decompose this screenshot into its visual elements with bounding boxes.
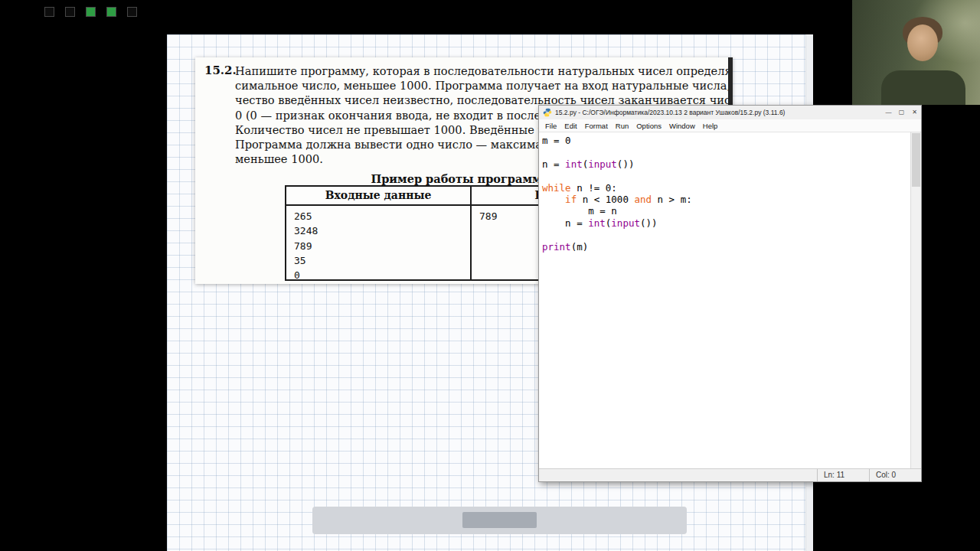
editor-scrollbar[interactable]	[910, 132, 921, 469]
menu-run[interactable]: Run	[612, 122, 632, 130]
window-controls: — ▢ ✕	[882, 106, 921, 119]
person-face	[907, 24, 938, 61]
idle-statusbar: Ln: 11 Col: 0	[539, 468, 921, 481]
code-line: print(m)	[542, 241, 911, 253]
window-title: 15.2.py - C:/ОГЭ/Информатика/2023.10.13 …	[555, 109, 882, 116]
person-torso	[881, 70, 965, 105]
app-tile-1-icon[interactable]	[44, 7, 54, 17]
app-tile-4-icon[interactable]	[106, 7, 116, 17]
screen: 15.2. Напишите программу, которая в посл…	[0, 0, 980, 551]
minimize-button[interactable]: —	[882, 106, 895, 119]
menu-help[interactable]: Help	[699, 122, 722, 130]
menu-options[interactable]: Options	[632, 122, 665, 130]
idle-titlebar[interactable]: 15.2.py - C:/ОГЭ/Информатика/2023.10.13 …	[539, 106, 921, 119]
table-header-input: Входные данные	[286, 187, 470, 204]
menu-file[interactable]: File	[541, 122, 560, 130]
status-line: Ln: 11	[817, 469, 869, 481]
top-toolbar-icons	[44, 7, 137, 17]
problem-number: 15.2.	[204, 64, 237, 77]
code-line	[542, 146, 911, 158]
menu-edit[interactable]: Edit	[560, 122, 580, 130]
idle-menubar: FileEditFormatRunOptionsWindowHelp	[539, 119, 921, 132]
code-line: n = int(input())	[542, 158, 911, 170]
app-tile-2-icon[interactable]	[65, 7, 75, 17]
input-value: 265	[294, 209, 470, 223]
code-line: while n != 0:	[542, 182, 911, 194]
python-file-icon	[543, 108, 552, 117]
table-input-cell: 2653248789350	[286, 206, 470, 279]
app-tile-5-icon[interactable]	[127, 7, 137, 17]
close-button[interactable]: ✕	[908, 106, 921, 119]
code-line: if n < 1000 and n > m:	[542, 194, 911, 205]
input-value: 35	[294, 253, 470, 268]
menu-window[interactable]: Window	[665, 122, 699, 130]
input-value: 3248	[294, 223, 470, 238]
input-value: 789	[294, 239, 470, 253]
code-line: m = 0	[542, 135, 911, 146]
editor-scrollbar-thumb[interactable]	[912, 133, 920, 187]
app-tile-3-icon[interactable]	[86, 7, 96, 17]
input-value: 0	[294, 268, 470, 282]
idle-editor-window: 15.2.py - C:/ОГЭ/Информатика/2023.10.13 …	[538, 105, 922, 482]
code-line: m = n	[542, 205, 911, 217]
code-line	[542, 170, 911, 181]
menu-format[interactable]: Format	[581, 122, 612, 130]
maximize-button[interactable]: ▢	[895, 106, 908, 119]
code-line	[542, 229, 911, 240]
taskbar-peek-handle[interactable]	[462, 512, 537, 528]
problem-text-line: симальное число, меньшее 1000. Программа…	[235, 78, 733, 93]
problem-text-line: Напишите программу, которая в последоват…	[235, 64, 733, 78]
code-line: n = int(input())	[542, 217, 911, 229]
taskbar-peek[interactable]	[312, 507, 687, 534]
status-col: Col: 0	[869, 469, 921, 481]
code-area[interactable]: m = 0 n = int(input()) while n != 0: if …	[539, 132, 911, 469]
webcam-overlay	[852, 0, 980, 105]
